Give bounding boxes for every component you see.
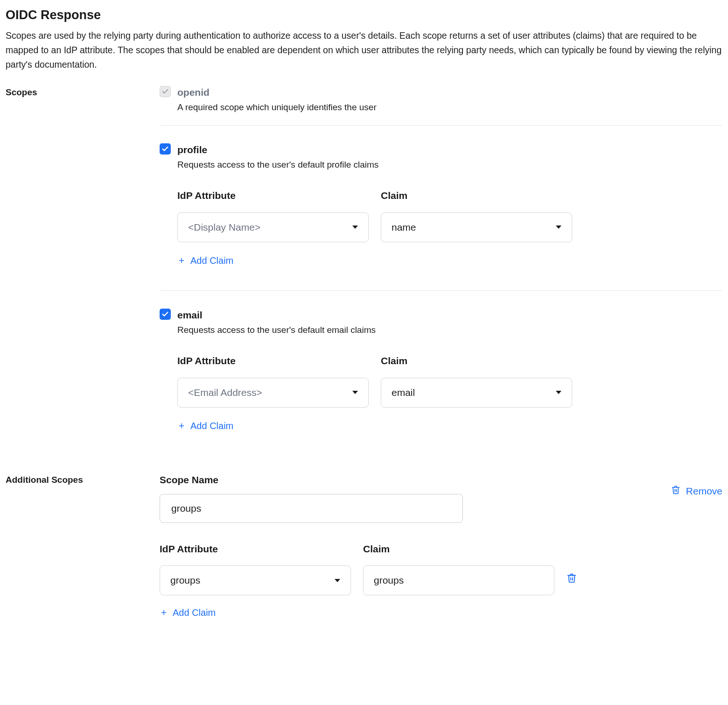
plus-icon bbox=[177, 422, 186, 430]
profile-claim-value: name bbox=[392, 220, 416, 235]
check-icon bbox=[161, 145, 169, 153]
add-claim-label: Add Claim bbox=[190, 419, 233, 433]
scope-profile: profile Requests access to the user's de… bbox=[160, 142, 722, 291]
scope-name-label: Scope Name bbox=[160, 472, 463, 487]
email-add-claim-button[interactable]: Add Claim bbox=[177, 419, 233, 433]
intro-text: Scopes are used by the relying party dur… bbox=[6, 28, 722, 72]
email-idp-select[interactable]: <Email Address> bbox=[177, 378, 369, 408]
additional-add-claim-button[interactable]: Add Claim bbox=[160, 606, 216, 620]
scopes-label: Scopes bbox=[6, 85, 160, 99]
profile-claim-select[interactable]: name bbox=[381, 212, 572, 242]
email-desc: Requests access to the user's default em… bbox=[177, 324, 376, 337]
additional-idp-value: groups bbox=[170, 573, 200, 588]
profile-title: profile bbox=[177, 142, 378, 157]
scope-name-value: groups bbox=[171, 501, 201, 516]
trash-icon bbox=[671, 484, 680, 499]
email-checkbox[interactable] bbox=[160, 309, 171, 320]
chevron-down-icon bbox=[352, 226, 358, 229]
trash-icon bbox=[567, 573, 577, 583]
remove-scope-button[interactable]: Remove bbox=[671, 472, 722, 499]
scope-openid: openid A required scope which uniquely i… bbox=[160, 85, 722, 126]
scope-name-input[interactable]: groups bbox=[160, 494, 463, 523]
idp-attribute-label: IdP Attribute bbox=[177, 353, 369, 368]
add-claim-label: Add Claim bbox=[190, 254, 233, 268]
claim-label: Claim bbox=[381, 353, 572, 368]
add-claim-label: Add Claim bbox=[173, 606, 216, 620]
idp-attribute-label: IdP Attribute bbox=[177, 188, 369, 203]
check-icon bbox=[161, 310, 169, 318]
chevron-down-icon bbox=[556, 226, 561, 229]
additional-scopes-label: Additional Scopes bbox=[6, 472, 160, 487]
profile-idp-select[interactable]: <Display Name> bbox=[177, 212, 369, 242]
email-idp-value: <Email Address> bbox=[188, 385, 262, 400]
additional-idp-select[interactable]: groups bbox=[160, 565, 351, 595]
chevron-down-icon bbox=[352, 391, 358, 394]
profile-desc: Requests access to the user's default pr… bbox=[177, 158, 378, 172]
plus-icon bbox=[177, 256, 186, 265]
chevron-down-icon bbox=[335, 579, 340, 582]
idp-attribute-label: IdP Attribute bbox=[160, 542, 351, 557]
claim-label: Claim bbox=[363, 542, 554, 557]
profile-checkbox[interactable] bbox=[160, 143, 171, 155]
openid-checkbox bbox=[160, 86, 171, 97]
openid-title: openid bbox=[177, 85, 377, 100]
chevron-down-icon bbox=[556, 391, 561, 394]
email-title: email bbox=[177, 308, 376, 323]
plus-icon bbox=[160, 608, 168, 617]
email-claim-select[interactable]: email bbox=[381, 378, 572, 408]
additional-claim-value: groups bbox=[374, 573, 404, 588]
check-icon bbox=[161, 88, 169, 95]
claim-label: Claim bbox=[381, 188, 572, 203]
page-title: OIDC Response bbox=[6, 6, 722, 25]
profile-add-claim-button[interactable]: Add Claim bbox=[177, 254, 233, 268]
additional-claim-input[interactable]: groups bbox=[363, 565, 554, 595]
delete-claim-button[interactable] bbox=[567, 573, 577, 596]
remove-label: Remove bbox=[686, 484, 722, 499]
openid-desc: A required scope which uniquely identifi… bbox=[177, 101, 377, 114]
profile-idp-value: <Display Name> bbox=[188, 220, 260, 235]
email-claim-value: email bbox=[392, 385, 415, 400]
scope-email: email Requests access to the user's defa… bbox=[160, 308, 722, 456]
